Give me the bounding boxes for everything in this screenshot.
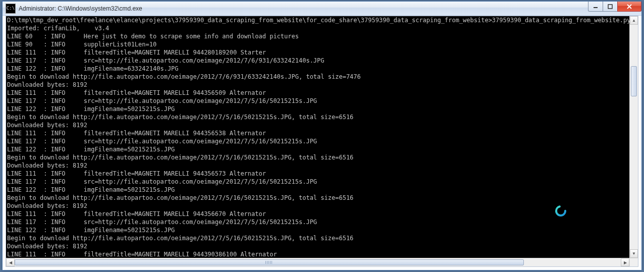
maximize-button[interactable] <box>603 2 618 12</box>
cmd-icon: C:\ <box>6 4 16 14</box>
thumb-grip-icon <box>265 261 273 264</box>
minimize-button[interactable] <box>588 2 603 12</box>
scroll-left-button[interactable]: ◀ <box>6 258 15 266</box>
window-controls <box>588 2 641 12</box>
svg-rect-1 <box>608 5 612 9</box>
vertical-scrollbar[interactable]: ▲ ▼ <box>629 16 638 258</box>
cmd-icon-label: C:\ <box>7 6 15 11</box>
scroll-up-button[interactable]: ▲ <box>630 16 638 25</box>
busy-cursor-icon <box>554 204 567 217</box>
chevron-right-icon: ▶ <box>624 260 627 265</box>
console-viewport[interactable]: D:\tmp\tmp_dev_root\freelance\elance\pro… <box>6 16 638 258</box>
console-output: D:\tmp\tmp_dev_root\freelance\elance\pro… <box>6 16 638 258</box>
vscroll-track[interactable] <box>630 25 638 249</box>
close-icon <box>626 4 632 10</box>
chevron-left-icon: ◀ <box>9 260 12 265</box>
scroll-right-button[interactable]: ▶ <box>621 258 629 266</box>
maximize-icon <box>608 4 613 9</box>
horizontal-scrollbar[interactable]: ◀ ▶ <box>6 258 629 266</box>
scroll-down-button[interactable]: ▼ <box>630 249 638 258</box>
cmd-window: C:\ Administrator: C:\Windows\system32\c… <box>2 1 642 270</box>
client-area: D:\tmp\tmp_dev_root\freelance\elance\pro… <box>6 16 638 267</box>
svg-point-4 <box>556 206 565 215</box>
window-title: Administrator: C:\Windows\system32\cmd.e… <box>19 5 142 12</box>
vscroll-thumb[interactable] <box>631 66 637 96</box>
hscroll-track[interactable] <box>15 258 621 266</box>
hscroll-thumb[interactable] <box>15 259 524 265</box>
chevron-up-icon: ▲ <box>632 18 636 23</box>
chevron-down-icon: ▼ <box>632 251 636 256</box>
scrollbar-corner <box>629 258 638 266</box>
close-button[interactable] <box>617 2 641 12</box>
minimize-icon <box>593 4 598 9</box>
titlebar[interactable]: C:\ Administrator: C:\Windows\system32\c… <box>3 2 641 16</box>
